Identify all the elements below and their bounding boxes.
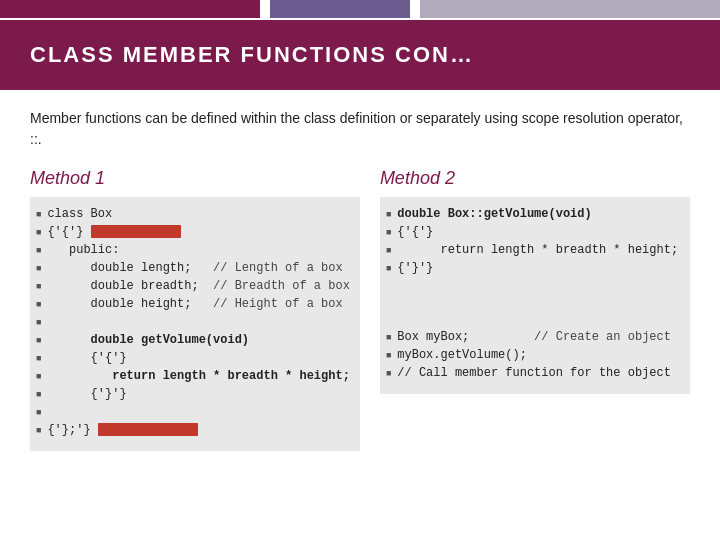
top-bar <box>0 0 720 18</box>
methods-row: Method 1 ■ class Box ■ {'{'} ■ public: ■ <box>30 168 690 451</box>
code-text: {'{'} <box>397 225 680 239</box>
code-text <box>47 405 349 419</box>
code-text: return length * breadth * height; <box>47 369 349 383</box>
code-text: {'}'} <box>47 387 349 401</box>
description-text: Member functions can be defined within t… <box>30 108 690 150</box>
code-text <box>47 315 349 329</box>
top-bar-left <box>0 0 260 18</box>
bullet-icon: ■ <box>36 390 41 400</box>
method2-title: Method 2 <box>380 168 690 189</box>
bullet-icon: ■ <box>386 333 391 343</box>
main-content: Member functions can be defined within t… <box>0 90 720 451</box>
method2-code-box: ■ double Box::getVolume(void) ■ {'{'} ■ … <box>380 197 690 394</box>
code-line: ■ double getVolume(void) <box>36 333 350 350</box>
code-line: ■ double breadth; // Breadth of a box <box>36 279 350 296</box>
bullet-icon: ■ <box>36 300 41 310</box>
code-text: // Call member function for the object <box>397 366 680 380</box>
empty-line <box>386 296 680 313</box>
code-text: double breadth; // Breadth of a box <box>47 279 349 293</box>
code-text: double length; // Length of a box <box>47 261 349 275</box>
code-text: public: <box>47 243 349 257</box>
code-line: ■ double length; // Length of a box <box>36 261 350 278</box>
bullet-icon: ■ <box>36 282 41 292</box>
code-text: {'{'} <box>47 225 349 239</box>
code-line: ■ {'};'} <box>36 423 350 440</box>
code-line: ■ return length * breadth * height; <box>36 369 350 386</box>
page-title: CLASS MEMBER FUNCTIONS CON… <box>30 42 690 68</box>
method1-title: Method 1 <box>30 168 360 189</box>
top-bar-right <box>420 0 720 18</box>
code-text: double getVolume(void) <box>47 333 349 347</box>
code-line: ■ Box myBox; // Create an object <box>386 330 680 347</box>
code-text: Box myBox; // Create an object <box>397 330 680 344</box>
bullet-icon: ■ <box>36 372 41 382</box>
bullet-icon: ■ <box>386 351 391 361</box>
code-line-empty: ■ <box>36 405 350 422</box>
code-text: return length * breadth * height; <box>397 243 680 257</box>
bullet-icon: ■ <box>36 318 41 328</box>
bullet-icon: ■ <box>36 228 41 238</box>
bullet-icon: ■ <box>36 264 41 274</box>
code-line-empty: ■ <box>36 315 350 332</box>
code-line: ■ {'}'} <box>386 261 680 278</box>
empty-line <box>386 279 680 296</box>
top-bar-mid <box>270 0 410 18</box>
code-line: ■ return length * breadth * height; <box>386 243 680 260</box>
bullet-icon: ■ <box>36 336 41 346</box>
bullet-icon: ■ <box>386 228 391 238</box>
bullet-icon: ■ <box>36 408 41 418</box>
bullet-icon: ■ <box>36 426 41 436</box>
highlight-red <box>91 225 181 238</box>
code-line: ■ class Box <box>36 207 350 224</box>
code-line: ■ {'}'} <box>36 387 350 404</box>
header: CLASS MEMBER FUNCTIONS CON… <box>0 20 720 90</box>
code-line: ■ myBox.getVolume(); <box>386 348 680 365</box>
code-text: double Box::getVolume(void) <box>397 207 680 221</box>
bullet-icon: ■ <box>386 369 391 379</box>
code-line: ■ double height; // Height of a box <box>36 297 350 314</box>
code-text: {'{'} <box>47 351 349 365</box>
bullet-icon: ■ <box>36 210 41 220</box>
method2-col: Method 2 ■ double Box::getVolume(void) ■… <box>380 168 690 451</box>
code-text: {'}'} <box>397 261 680 275</box>
code-line: ■ // Call member function for the object <box>386 366 680 383</box>
code-line: ■ double Box::getVolume(void) <box>386 207 680 224</box>
code-text: double height; // Height of a box <box>47 297 349 311</box>
bullet-icon: ■ <box>386 246 391 256</box>
code-text: myBox.getVolume(); <box>397 348 680 362</box>
method1-col: Method 1 ■ class Box ■ {'{'} ■ public: ■ <box>30 168 360 451</box>
empty-line <box>386 313 680 330</box>
method1-code-box: ■ class Box ■ {'{'} ■ public: ■ double l… <box>30 197 360 451</box>
code-text: {'};'} <box>47 423 349 437</box>
code-line: ■ public: <box>36 243 350 260</box>
bullet-icon: ■ <box>36 354 41 364</box>
code-text: class Box <box>47 207 349 221</box>
highlight-red-bottom <box>98 423 198 436</box>
code-line: ■ {'{'} <box>386 225 680 242</box>
code-line: ■ {'{'} <box>36 351 350 368</box>
bullet-icon: ■ <box>386 264 391 274</box>
bullet-icon: ■ <box>386 210 391 220</box>
bullet-icon: ■ <box>36 246 41 256</box>
code-line: ■ {'{'} <box>36 225 350 242</box>
